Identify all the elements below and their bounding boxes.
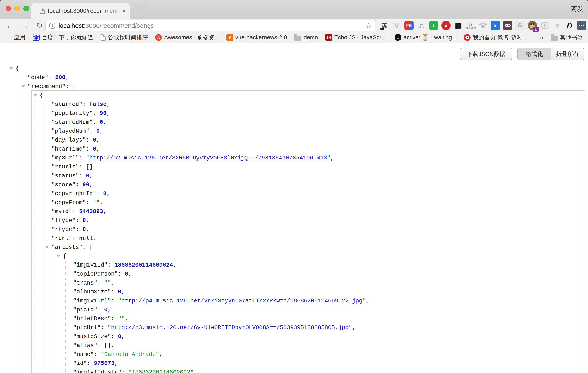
tab-title: localhost:3000/recommend/so bbox=[48, 7, 120, 14]
address-bar[interactable]: i localhost:3000/recommend/songs ☆ bbox=[45, 20, 375, 31]
json-line: "name": "Daniela Andrade", bbox=[0, 350, 588, 359]
mask-extension-icon[interactable] bbox=[503, 21, 512, 30]
info-icon[interactable]: i bbox=[49, 22, 55, 29]
s-extension-icon[interactable]: S bbox=[515, 21, 525, 30]
json-line: "copyFrom": "", bbox=[0, 198, 588, 207]
proxy-extension-icon[interactable]: ••• bbox=[577, 21, 586, 30]
json-token: "copyrightId" bbox=[52, 191, 96, 197]
view-mode-segmented-control: 格式化 折叠所有 bbox=[517, 48, 584, 60]
json-token: "code" bbox=[28, 75, 48, 81]
json-token: "rtUrls" bbox=[52, 164, 79, 170]
json-line: "ftype": 0, bbox=[0, 216, 588, 225]
paw-shape bbox=[481, 25, 485, 28]
json-token: : bbox=[93, 110, 99, 117]
bookmark-echojs[interactable]: JS Echo JS - JavaScri... bbox=[325, 34, 388, 41]
json-token: 0 bbox=[83, 226, 86, 233]
json-line: "popularity": 90, bbox=[0, 109, 588, 118]
minimize-window-button[interactable] bbox=[14, 6, 20, 11]
refresh-icon[interactable]: ↻ bbox=[34, 21, 45, 31]
collapse-toggle-icon[interactable] bbox=[33, 94, 37, 96]
json-token: : bbox=[96, 191, 103, 197]
json-link[interactable]: http://p4.music.126.net/VnZiScyynLG7atLI… bbox=[121, 298, 362, 304]
json-token: "rtype" bbox=[52, 226, 75, 233]
fe-extension-icon[interactable]: FE bbox=[404, 21, 414, 30]
json-token: 0 bbox=[86, 173, 89, 179]
paper-bird-extension-icon[interactable]: ✈ bbox=[551, 19, 563, 32]
json-token: : bbox=[72, 208, 79, 215]
json-token: : bbox=[72, 235, 79, 242]
collapse-toggle-icon[interactable] bbox=[9, 67, 13, 70]
json-token: "briefDesc" bbox=[73, 316, 111, 322]
bookmark-google-sort[interactable]: 谷歌按时间排序 bbox=[101, 34, 148, 41]
json-token: : bbox=[111, 316, 118, 322]
json-token: : bbox=[118, 271, 125, 277]
bookmark-awesomes[interactable]: A Awesomes - 前端资... bbox=[155, 34, 219, 41]
monkey-extension-icon[interactable]: 1 bbox=[528, 21, 537, 30]
json-token: "score" bbox=[52, 181, 75, 188]
d-extension-icon[interactable]: D bbox=[565, 21, 574, 30]
tab-close-icon[interactable]: × bbox=[122, 7, 126, 14]
json-token: , bbox=[96, 137, 100, 143]
bookmark-weibo[interactable]: 我的首页 微博-随时... bbox=[464, 34, 527, 41]
tab-strip: localhost:3000/recommend/so × 阿发 bbox=[0, 0, 588, 19]
paw-extension-icon[interactable] bbox=[478, 21, 488, 30]
collapse-toggle-icon[interactable] bbox=[56, 255, 61, 257]
bookmark-baidu[interactable]: 百度一下，你就知道 bbox=[33, 34, 93, 41]
download-json-button[interactable]: 下载JSON数据 bbox=[460, 48, 512, 60]
bookmark-folder-demo[interactable]: demo bbox=[294, 34, 318, 41]
other-bookmarks[interactable]: 其他书签 bbox=[551, 34, 583, 41]
extensions-row: 英en V FE 品 T » ▦ 5PLAYER » S 1 ✈ D ••• ⋮ bbox=[380, 21, 588, 30]
back-icon[interactable]: ← bbox=[5, 21, 15, 31]
shield-extension-icon[interactable]: T bbox=[429, 21, 438, 30]
close-window-button[interactable] bbox=[6, 6, 11, 11]
json-lines: {"code": 200,"recommend": [{"starred": f… bbox=[0, 64, 588, 373]
json-token: , bbox=[106, 110, 110, 117]
bookmarks-overflow-chevron[interactable]: » bbox=[540, 34, 543, 41]
bookmark-active[interactable]: ↓ active: ⏳ - waiting... bbox=[395, 34, 457, 41]
json-token: [], bbox=[104, 342, 115, 349]
json-token: , bbox=[106, 101, 110, 108]
json-line: "picId": 0, bbox=[0, 305, 588, 314]
qr-code-extension-icon[interactable]: ▦ bbox=[454, 21, 463, 30]
fast-forward-extension-icon[interactable]: » bbox=[441, 21, 451, 30]
html5-player-extension-icon[interactable]: 5PLAYER bbox=[466, 21, 475, 30]
translate-extension-icon[interactable]: 英en bbox=[380, 21, 389, 30]
json-token: "albumSize" bbox=[73, 289, 111, 295]
json-token: "img1v1Id_str" bbox=[73, 369, 121, 373]
json-token: "img1v1Id" bbox=[73, 262, 108, 268]
bookmark-label: 百度一下，你就知道 bbox=[42, 34, 93, 41]
vue-devtools-extension-icon[interactable]: V bbox=[392, 21, 401, 30]
format-button[interactable]: 格式化 bbox=[518, 48, 551, 60]
json-link[interactable]: http://p3.music.126.net/6y-UleORITEDbvrO… bbox=[111, 325, 349, 331]
json-token: "musicSize" bbox=[73, 333, 111, 340]
weibo-gray-extension-icon[interactable] bbox=[540, 21, 549, 30]
zoom-window-button[interactable] bbox=[23, 6, 29, 11]
bookmark-apps[interactable]: 应用 bbox=[5, 34, 25, 41]
bookmark-label: demo bbox=[304, 34, 318, 41]
json-token: , bbox=[128, 271, 132, 277]
json-token: , bbox=[103, 208, 106, 215]
json-token: : [ bbox=[83, 244, 93, 251]
bookmark-star-icon[interactable]: ☆ bbox=[365, 21, 372, 30]
json-token: : bbox=[79, 173, 86, 179]
browser-tab[interactable]: localhost:3000/recommend/so × bbox=[32, 2, 130, 19]
bookmark-vue-hackernews[interactable]: V vue-hackernews-2.0 bbox=[226, 34, 287, 41]
json-line: "mvid": 5443893, bbox=[0, 207, 588, 216]
double-down-extension-icon[interactable]: » bbox=[491, 21, 500, 30]
json-token: : bbox=[111, 298, 118, 304]
json-line: { bbox=[0, 252, 588, 261]
json-line: "copyrightId": 0, bbox=[0, 189, 588, 198]
json-token: , bbox=[106, 191, 110, 197]
sitemap-extension-icon[interactable]: 品 bbox=[417, 21, 426, 30]
new-tab-button[interactable] bbox=[131, 4, 147, 16]
json-link[interactable]: http://m2.music.126.net/3XR6BU6yvtyVmFE8… bbox=[89, 155, 327, 161]
collapse-toggle-icon[interactable] bbox=[45, 246, 49, 248]
json-token: "status" bbox=[52, 173, 79, 179]
url-text[interactable]: localhost:3000/recommend/songs bbox=[58, 22, 154, 29]
json-token: : bbox=[89, 128, 96, 134]
collapse-all-button[interactable]: 折叠所有 bbox=[551, 48, 584, 60]
json-line: "img1v1Id": 18686200114669624, bbox=[0, 261, 588, 270]
json-token: "" bbox=[118, 316, 125, 322]
collapse-toggle-icon[interactable] bbox=[21, 85, 25, 88]
profile-name[interactable]: 阿发 bbox=[571, 5, 583, 13]
